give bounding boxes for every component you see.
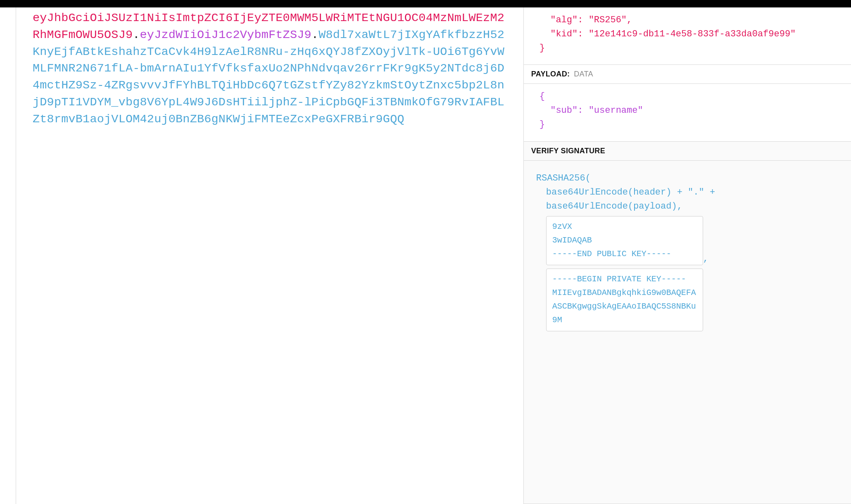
token-signature-segment: W8dl7xaWtL7jIXgYAfkfbzzH52KnyEjfABtkEsha…: [33, 28, 504, 126]
sig-line-1: base64UrlEncode(header) + "." +: [536, 185, 841, 200]
payload-section: PAYLOAD: DATA { "sub": "username" }: [524, 65, 851, 141]
main-split: eyJhbGciOiJSUzI1NiIsImtpZCI6IjEyZTE0MWM5…: [0, 7, 851, 504]
sig-comma: ,: [703, 252, 708, 266]
window-top-bar: [0, 0, 851, 7]
verify-signature-label: VERIFY SIGNATURE: [531, 147, 605, 155]
signature-formula: RSASHA256( base64UrlEncode(header) + "."…: [524, 161, 851, 342]
sig-fn: RSASHA256(: [536, 171, 841, 185]
signature-section-header: VERIFY SIGNATURE: [524, 142, 851, 161]
private-key-input[interactable]: -----BEGIN PRIVATE KEY----- MIIEvgIBADAN…: [546, 269, 703, 331]
header-section: "alg": "RS256", "kid": "12e141c9-db11-4e…: [524, 7, 851, 65]
header-json[interactable]: "alg": "RS256", "kid": "12e141c9-db11-4e…: [524, 7, 851, 64]
signature-section: VERIFY SIGNATURE RSASHA256( base64UrlEnc…: [524, 142, 851, 504]
token-payload-segment: eyJzdWIiOiJ1c2VybmFtZSJ9: [140, 28, 311, 42]
encoded-token[interactable]: eyJhbGciOiJSUzI1NiIsImtpZCI6IjEyZTE0MWM5…: [33, 10, 507, 128]
payload-label: PAYLOAD:: [531, 70, 570, 78]
public-key-input[interactable]: 9zVX 3wIDAQAB -----END PUBLIC KEY-----: [546, 216, 703, 265]
token-dot-2: .: [311, 28, 319, 42]
payload-json[interactable]: { "sub": "username" }: [524, 84, 851, 141]
decoded-pane: "alg": "RS256", "kid": "12e141c9-db11-4e…: [524, 7, 851, 504]
payload-sublabel: DATA: [574, 70, 593, 78]
sig-line-2: base64UrlEncode(payload),: [536, 200, 841, 214]
token-dot-1: .: [133, 28, 140, 42]
encoded-pane: eyJhbGciOiJSUzI1NiIsImtpZCI6IjEyZTE0MWM5…: [16, 7, 524, 504]
payload-section-header: PAYLOAD: DATA: [524, 65, 851, 84]
